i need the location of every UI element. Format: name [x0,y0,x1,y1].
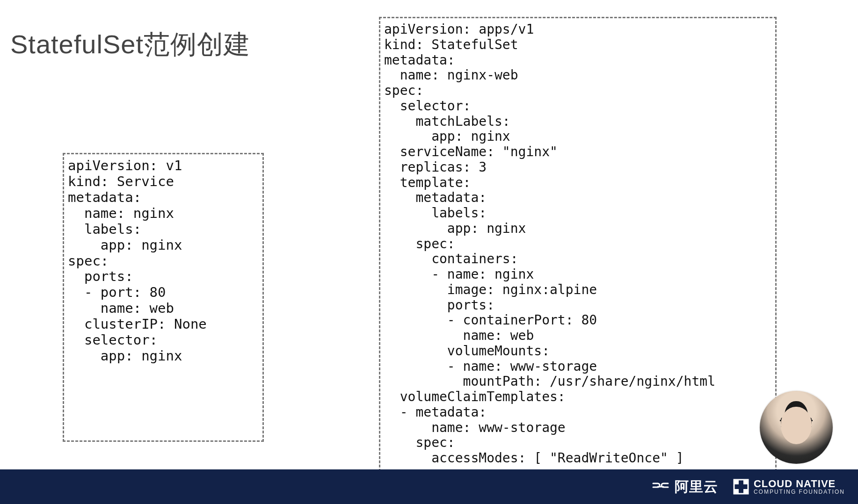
cncf-text: CLOUD NATIVE COMPUTING FOUNDATION [754,479,845,495]
cncf-subtitle: COMPUTING FOUNDATION [754,489,845,495]
svg-rect-1 [734,480,739,484]
cncf-logo-icon [733,479,749,495]
aliyun-label: 阿里云 [675,477,718,497]
cncf-title: CLOUD NATIVE [754,479,845,489]
slide: StatefulSet范例创建 apiVersion: v1 kind: Ser… [0,0,858,504]
presenter-avatar [760,391,833,464]
statefulset-yaml-code: apiVersion: apps/v1 kind: StatefulSet me… [379,17,777,484]
svg-rect-4 [743,489,748,494]
avatar-glasses-icon [780,420,813,429]
aliyun-logo-icon [651,480,670,494]
svg-rect-2 [743,480,748,484]
aliyun-brand: 阿里云 [651,477,718,497]
svg-rect-3 [734,489,739,494]
footer-bar: 阿里云 CLOUD NATIVE COMPUTING FOUNDATION [0,469,858,504]
cncf-brand: CLOUD NATIVE COMPUTING FOUNDATION [733,479,845,495]
service-yaml-code: apiVersion: v1 kind: Service metadata: n… [63,153,264,442]
slide-title: StatefulSet范例创建 [10,27,250,63]
